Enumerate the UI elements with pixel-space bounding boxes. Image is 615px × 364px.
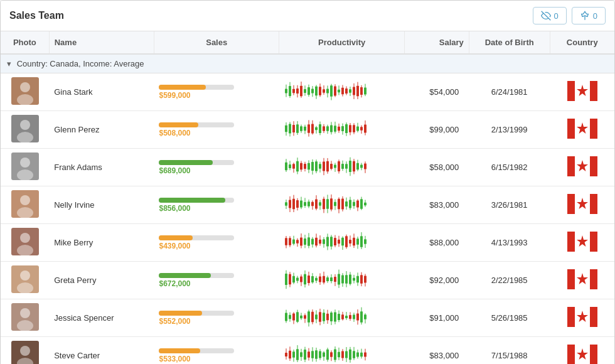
svg-rect-10 (292, 89, 295, 94)
col-salary: Salary (404, 31, 469, 54)
group-row: ▾ Country: Canada, Income: Average (1, 54, 614, 73)
svg-rect-357 (590, 307, 597, 327)
svg-rect-161 (289, 200, 291, 208)
svg-rect-99 (364, 124, 366, 132)
sales-cell: $856,000 (154, 186, 279, 224)
svg-rect-395 (345, 351, 348, 358)
table-row: Glenn Perez $508,000 $99,0002/13/1999 (1, 111, 614, 149)
svg-rect-8 (289, 86, 291, 96)
canada-flag-icon (567, 169, 597, 178)
dob-cell: 6/15/1982 (469, 149, 550, 186)
svg-rect-371 (300, 352, 302, 356)
productivity-cell (279, 111, 404, 149)
name-cell: Mike Berry (49, 224, 154, 262)
svg-rect-116 (300, 163, 302, 170)
svg-rect-405 (364, 353, 366, 357)
svg-rect-181 (326, 199, 329, 209)
table-row: Jessica Spencer $552,000 $91,0005/26/198… (1, 299, 614, 337)
svg-rect-363 (285, 353, 287, 356)
dob-cell: 4/13/1993 (469, 224, 550, 262)
svg-rect-250 (360, 236, 363, 247)
svg-rect-397 (349, 350, 351, 360)
svg-rect-175 (315, 200, 318, 209)
svg-rect-102 (590, 119, 597, 139)
svg-rect-369 (296, 349, 299, 360)
svg-rect-122 (311, 162, 314, 171)
svg-rect-126 (319, 164, 321, 169)
svg-rect-304 (567, 269, 575, 289)
svg-rect-216 (296, 240, 299, 244)
svg-rect-59 (289, 124, 291, 133)
svg-rect-316 (292, 314, 295, 321)
name-cell: Nelly Irvine (49, 186, 154, 224)
svg-rect-118 (304, 164, 306, 169)
svg-rect-120 (308, 163, 310, 169)
dob-cell: 3/26/1981 (469, 186, 550, 224)
svg-rect-42 (353, 87, 355, 95)
svg-rect-277 (315, 278, 318, 281)
svg-point-3 (20, 82, 30, 92)
canada-flag-icon (567, 319, 597, 329)
table-row: Steve Carter $533,000 $83,0007/15/1988 (1, 337, 614, 365)
svg-point-360 (20, 346, 30, 356)
svg-rect-75 (319, 124, 321, 133)
svg-rect-279 (319, 277, 321, 282)
svg-rect-285 (330, 277, 333, 281)
svg-rect-30 (330, 85, 333, 96)
table-header-row: Photo Name Sales Productivity Salary Dat… (1, 31, 614, 54)
svg-rect-93 (353, 125, 355, 132)
main-container: Sales Team 0 0 Photo (0, 0, 615, 364)
hide-count: 0 (554, 11, 559, 21)
svg-rect-110 (289, 164, 291, 168)
svg-rect-138 (341, 164, 344, 169)
col-country: Country (550, 31, 614, 54)
svg-rect-324 (308, 311, 310, 323)
productivity-cell (279, 262, 404, 299)
svg-rect-340 (338, 314, 340, 320)
svg-rect-91 (349, 125, 351, 132)
svg-rect-112 (292, 164, 295, 169)
svg-point-207 (20, 233, 30, 243)
svg-rect-330 (319, 312, 321, 322)
svg-rect-242 (345, 236, 348, 247)
svg-rect-57 (285, 126, 287, 132)
svg-rect-271 (304, 274, 306, 284)
svg-rect-255 (590, 232, 597, 252)
sales-cell: $672,000 (154, 262, 279, 299)
svg-point-258 (20, 270, 30, 281)
svg-rect-336 (330, 313, 333, 321)
svg-point-54 (20, 120, 30, 130)
svg-rect-199 (360, 199, 363, 208)
svg-rect-51 (590, 81, 597, 101)
sales-cell: $508,000 (154, 111, 279, 149)
svg-rect-334 (326, 314, 329, 321)
photo-cell (1, 262, 49, 299)
svg-rect-406 (567, 345, 575, 364)
canada-flag-icon (567, 282, 597, 291)
country-cell (550, 299, 614, 337)
svg-rect-159 (285, 202, 287, 206)
photo-cell (1, 186, 49, 224)
svg-rect-165 (296, 200, 299, 208)
svg-rect-150 (364, 164, 366, 169)
svg-rect-38 (345, 88, 348, 94)
col-productivity: Productivity (279, 31, 404, 54)
name-cell: Gina Stark (49, 73, 154, 111)
svg-rect-171 (308, 201, 310, 206)
svg-rect-408 (590, 345, 597, 364)
svg-rect-136 (338, 161, 340, 171)
svg-rect-222 (308, 237, 310, 246)
hide-button[interactable]: 0 (533, 7, 567, 24)
svg-rect-297 (353, 278, 355, 281)
pin-button[interactable]: 0 (572, 7, 606, 24)
svg-rect-232 (326, 237, 329, 247)
svg-rect-377 (311, 351, 314, 358)
chevron-icon[interactable]: ▾ (7, 59, 11, 68)
svg-rect-389 (334, 350, 336, 360)
salary-cell: $92,000 (404, 262, 469, 299)
svg-rect-246 (353, 238, 355, 245)
svg-rect-69 (308, 124, 310, 133)
svg-rect-63 (296, 124, 299, 132)
svg-rect-48 (364, 88, 366, 95)
svg-rect-114 (296, 161, 299, 171)
